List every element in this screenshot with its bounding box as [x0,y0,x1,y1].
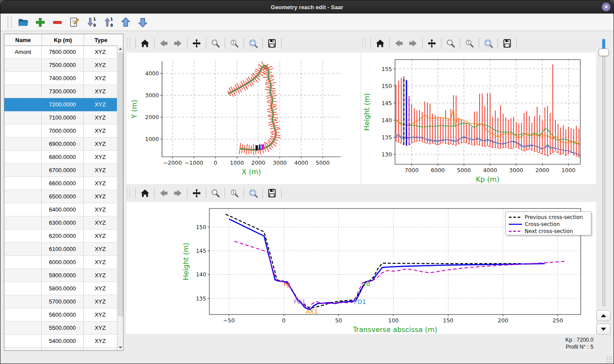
table-row[interactable]: 5800.0000XYZ [4,282,117,295]
zoom-one-button[interactable]: 1 [463,37,476,50]
table-cell [4,230,42,243]
sort-desc-button[interactable]: 19 [85,16,98,29]
zoom-one-icon: 1 [229,188,239,198]
add-button[interactable] [34,16,47,29]
plan-view-plot[interactable]: −2000−1000010002000300040005000100020003… [126,53,360,184]
edit-button[interactable] [68,16,81,29]
svg-text:7000: 7000 [405,167,419,173]
table-row[interactable]: 6900.0000XYZ [4,138,117,151]
toolbar-grip[interactable] [127,188,130,198]
table-row[interactable]: 7500.0000XYZ [4,59,117,72]
svg-text:1: 1 [232,40,235,45]
table-cell: XYZ [84,59,117,72]
resize-grip[interactable] [606,356,612,362]
toolbar-grip[interactable] [362,38,365,49]
save-button[interactable] [265,37,279,50]
table-row[interactable]: 6600.0000XYZ [4,177,117,190]
zoom-one-button[interactable]: 1 [228,187,241,200]
svg-text:3000: 3000 [273,159,287,166]
home-button[interactable] [138,37,152,50]
table-row[interactable]: 5400.0000XYZ [4,335,117,348]
table-row[interactable]: 5900.0000XYZ [4,269,117,282]
titlebar[interactable]: Geometry reach edit - Saar ✕ [0,0,614,14]
remove-button[interactable] [51,16,64,29]
zoom-rect-icon [248,39,258,48]
svg-text:130: 130 [381,151,392,158]
zoom-rect-button[interactable] [482,37,495,50]
table-cell: XYZ [84,322,117,335]
zoom-rect-button[interactable] [247,187,260,200]
home-button[interactable] [138,187,152,200]
table-row[interactable]: 7400.0000XYZ [4,72,117,85]
next-profile-button[interactable] [596,324,610,335]
table-row[interactable]: 7100.0000XYZ [4,111,117,124]
table-row[interactable]: 6400.0000XYZ [4,203,117,216]
table-cell [4,111,42,124]
table-row[interactable]: 6200.0000XYZ [4,230,117,243]
reach-position-slider[interactable] [602,39,605,307]
scrollbar-thumb[interactable] [118,53,123,316]
save-button[interactable] [501,37,514,50]
table-row[interactable]: Amont7600.0000XYZ [4,46,117,59]
table-row[interactable]: 7300.0000XYZ [4,85,117,98]
table-cell: 6700.0000 [42,164,83,177]
back-button[interactable] [157,37,170,50]
longitudinal-profile-plot[interactable]: 7000600050004000300020001000130135140145… [361,53,596,184]
move-up-button[interactable] [119,16,132,29]
status-labels: Kp : 7200.0 Profil N° : 5 [565,336,593,350]
svg-text:135: 135 [381,134,392,141]
cross-section-plot[interactable]: rgrdFG1FD1AX1−50050100150200250135140145… [126,202,596,334]
table-scrollbar[interactable] [117,46,123,350]
table-row[interactable]: 5700.0000XYZ [4,295,117,308]
toolbar-grip[interactable] [7,17,12,28]
zoom-button[interactable] [209,37,222,50]
previous-profile-button[interactable] [596,310,610,321]
table-cell [4,295,42,308]
table-row[interactable]: 5500.0000XYZ [4,322,117,335]
table-cell: 6600.0000 [42,177,83,190]
svg-text:4000: 4000 [145,70,159,77]
home-button[interactable] [374,37,387,50]
table-row[interactable]: 7200.0000XYZ [4,98,117,111]
zoom-button[interactable] [209,187,222,200]
toolbar-grip[interactable] [127,38,130,49]
separator [225,38,225,49]
sort-asc-button[interactable]: 19 [102,16,115,29]
separator [154,188,155,198]
table-row[interactable]: 6500.0000XYZ [4,190,117,203]
scroll-up-button[interactable] [117,46,123,52]
table-row[interactable]: 7000.0000XYZ [4,124,117,138]
forward-button[interactable] [406,37,420,50]
back-button[interactable] [157,187,170,200]
separator [243,38,244,49]
table-row[interactable]: 6100.0000XYZ [4,243,117,256]
pan-button[interactable] [190,37,203,50]
zoom-one-button[interactable]: 1 [228,37,241,50]
forward-button[interactable] [171,187,184,200]
table-row[interactable] [4,348,117,350]
zoom-button[interactable] [444,37,457,50]
zoom-icon [211,39,220,48]
open-button[interactable] [17,16,30,29]
scroll-down-button[interactable] [117,344,123,350]
back-button[interactable] [392,37,406,50]
pan-button[interactable] [190,187,203,200]
zoom-rect-button[interactable] [247,37,260,50]
save-icon [502,39,512,48]
separator [262,188,263,198]
move-down-button[interactable] [136,16,149,29]
forward-button[interactable] [171,37,184,50]
table-row[interactable]: 5600.0000XYZ [4,308,117,322]
table-row[interactable]: 6700.0000XYZ [4,164,117,177]
table-row[interactable]: 6800.0000XYZ [4,151,117,164]
close-button[interactable]: ✕ [602,3,610,11]
table-row[interactable]: 6300.0000XYZ [4,216,117,230]
sort-asc-icon: 19 [103,17,114,28]
save-button[interactable] [265,187,279,200]
home-icon [375,39,385,48]
table-cell: 6800.0000 [42,151,83,164]
table-row[interactable]: 6000.0000XYZ [4,256,117,269]
slider-handle[interactable] [599,49,609,56]
separator [243,188,244,198]
pan-button[interactable] [425,37,438,50]
